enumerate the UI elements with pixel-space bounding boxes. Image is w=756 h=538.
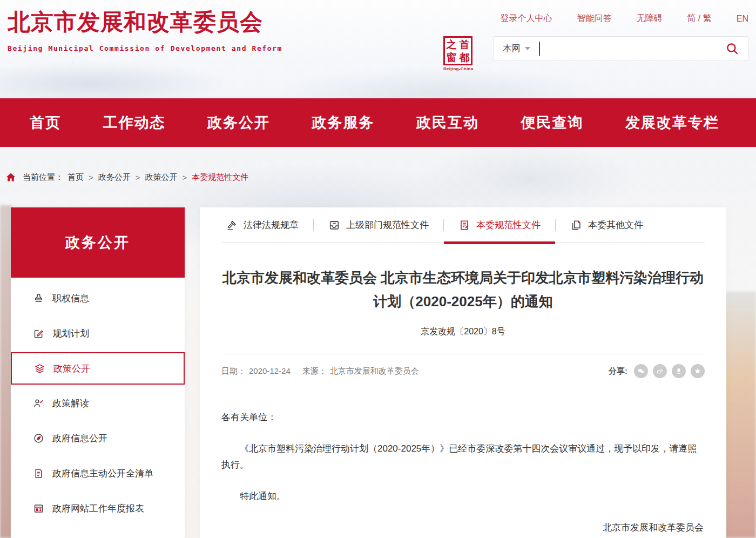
sidebar-item-label: 政策解读 [52, 397, 89, 409]
date-label: 日期： [221, 366, 246, 376]
edit-icon [32, 328, 44, 339]
breadcrumb-policy-disclosure[interactable]: 政策公开 [145, 172, 178, 183]
gavel-icon [226, 219, 238, 231]
sidebar-item-label: 政府网站工作年度报表 [52, 502, 144, 515]
article-source: 北京市发展和改革委员会 [330, 366, 419, 376]
login-personal-center-link[interactable]: 登录个人中心 [500, 13, 552, 24]
main-layout: 政务公开 职权信息 规划计划 [11, 207, 726, 538]
qq-share-icon[interactable] [672, 364, 686, 378]
search-scope-label: 本网 [503, 43, 520, 55]
right-edge-decoration [725, 292, 756, 538]
seal-char: 窗 [445, 51, 458, 64]
seal-char: 之 [445, 38, 458, 51]
home-icon[interactable] [5, 172, 16, 183]
tab-commission-normative-documents[interactable]: 本委规范性文件 [444, 207, 555, 243]
site-title: 北京市发展和改革委员会 [8, 9, 282, 36]
capital-window-seal-logo[interactable]: 之 首 窗 都 Beijing-China [443, 36, 473, 71]
nav-item-gov-disclosure[interactable]: 政务公开 [207, 113, 270, 132]
tab-label: 本委其他文件 [588, 219, 643, 231]
article-body: 各有关单位： 《北京市塑料污染治理行动计划（2020-2025年）》已经市委深改… [221, 409, 705, 536]
body-paragraph: 《北京市塑料污染治理行动计划（2020-2025年）》已经市委深改委第十四次会议… [221, 441, 705, 473]
document-number: 京发改规〔2020〕8号 [221, 326, 705, 338]
source-label: 来源： [302, 366, 327, 376]
breadcrumb-prefix: 当前位置： [23, 172, 63, 183]
search-row: 之 首 窗 都 Beijing-China 本网 [443, 36, 748, 71]
files-icon [570, 219, 582, 231]
sidebar-item-authority-info[interactable]: 职权信息 [11, 281, 185, 316]
english-link[interactable]: EN [737, 14, 748, 24]
search-button[interactable] [725, 42, 739, 56]
content-panel: 法律法规规章 上级部门规范性文件 本委规范性文件 [200, 207, 726, 538]
breadcrumb-home[interactable]: 首页 [68, 172, 84, 183]
sidebar-item-label: 政府信息主动公开全清单 [52, 467, 153, 480]
search-input[interactable] [540, 37, 725, 60]
document-category-tabs: 法律法规规章 上级部门规范性文件 本委规范性文件 [221, 207, 705, 243]
sidebar-item-planning[interactable]: 规划计划 [11, 316, 185, 351]
signature: 北京市发展和改革委员会 [221, 520, 705, 536]
share-label: 分享: [609, 366, 627, 376]
tab-label: 本委规范性文件 [476, 219, 541, 231]
search-scope-dropdown[interactable]: 本网 [503, 43, 530, 55]
header-right: 登录个人中心 智能问答 无障碍 简 / 繁 EN 之 首 窗 都 Beijing… [443, 9, 748, 98]
search-icon [725, 42, 739, 56]
search-box: 本网 [494, 36, 748, 61]
sidebar-item-annual-report[interactable]: 政府网站工作年度报表 [11, 491, 185, 526]
smart-qa-link[interactable]: 智能问答 [577, 13, 611, 24]
tab-superior-normative-documents[interactable]: 上级部门规范性文件 [314, 207, 443, 243]
seal-caption: Beijing-China [443, 66, 473, 71]
sidebar: 政务公开 职权信息 规划计划 [11, 207, 185, 538]
site-header: 北京市发展和改革委员会 Beijing Municipal Commission… [0, 0, 756, 98]
compass-icon [32, 433, 44, 444]
nav-item-work-updates[interactable]: 工作动态 [103, 113, 166, 132]
layers-icon [33, 363, 45, 374]
sidebar-item-proactive-disclosure-list[interactable]: 政府信息主动公开全清单 [11, 456, 185, 491]
tab-label: 法律法规规章 [244, 219, 299, 231]
breadcrumb-current-page[interactable]: 本委规范性文件 [192, 172, 248, 183]
simplified-traditional-toggle[interactable]: 简 / 繁 [687, 13, 711, 24]
inbox-icon [328, 219, 340, 231]
weibo-share-icon[interactable] [653, 364, 667, 378]
favorite-share-icon[interactable] [691, 364, 705, 378]
report-table-icon [32, 503, 44, 514]
article-title: 北京市发展和改革委员会 北京市生态环境局关于印发北京市塑料污染治理行动计划（20… [221, 266, 705, 313]
nav-item-convenient-inquiry[interactable]: 便民查询 [521, 113, 584, 132]
sidebar-item-policy-disclosure[interactable]: 政策公开 [11, 352, 185, 385]
sidebar-item-label: 规划计划 [52, 327, 89, 340]
breadcrumb-separator: > [89, 173, 93, 182]
article-date: 2020-12-24 [249, 366, 291, 376]
tab-commission-other-documents[interactable]: 本委其他文件 [556, 207, 658, 243]
wechat-share-icon[interactable] [634, 364, 648, 378]
chevron-down-icon [525, 47, 530, 50]
stamp-icon [32, 293, 44, 304]
sidebar-item-decision-directory[interactable]: 决策目录 [11, 526, 185, 538]
sidebar-menu: 职权信息 规划计划 政策公开 [11, 278, 185, 538]
breadcrumb: 当前位置： 首页 > 政务公开 > 政策公开 > 本委规范性文件 [5, 172, 248, 183]
sidebar-item-gov-info-disclosure[interactable]: 政府信息公开 [11, 421, 185, 456]
nav-item-home[interactable]: 首页 [30, 113, 61, 132]
breadcrumb-gov-disclosure[interactable]: 政务公开 [98, 172, 131, 183]
top-utility-links: 登录个人中心 智能问答 无障碍 简 / 繁 EN [443, 9, 748, 24]
salutation: 各有关单位： [221, 409, 705, 426]
article-meta-row: 日期：2020-12-24 来源：北京市发展和改革委员会 分享: [221, 354, 705, 378]
breadcrumb-separator: > [183, 173, 187, 182]
sidebar-item-policy-interpretation[interactable]: 政策解读 [11, 386, 185, 421]
sidebar-item-label: 政府信息公开 [52, 432, 107, 445]
document-pen-icon [458, 219, 470, 231]
nav-item-public-interaction[interactable]: 政民互动 [416, 113, 479, 132]
nav-item-gov-services[interactable]: 政务服务 [312, 113, 375, 132]
left-edge-decoration [0, 205, 12, 538]
site-logo[interactable]: 北京市发展和改革委员会 Beijing Municipal Commission… [8, 9, 282, 98]
accessibility-link[interactable]: 无障碍 [636, 13, 662, 24]
meta-spacer [294, 366, 299, 376]
seal-char: 首 [458, 38, 471, 51]
sidebar-item-label: 政策公开 [53, 362, 90, 375]
nav-item-reform-special[interactable]: 发展改革专栏 [625, 113, 719, 132]
document-lines-icon [32, 468, 44, 479]
main-navigation: 首页 工作动态 政务公开 政务服务 政民互动 便民查询 发展改革专栏 [0, 98, 756, 147]
tab-laws-regulations[interactable]: 法律法规规章 [221, 207, 313, 243]
tab-label: 上级部门规范性文件 [346, 219, 429, 231]
seal-char: 都 [458, 51, 471, 64]
seal-icon: 之 首 窗 都 [443, 36, 473, 65]
sidebar-item-label: 职权信息 [52, 292, 89, 305]
body-paragraph: 特此通知。 [221, 488, 705, 505]
